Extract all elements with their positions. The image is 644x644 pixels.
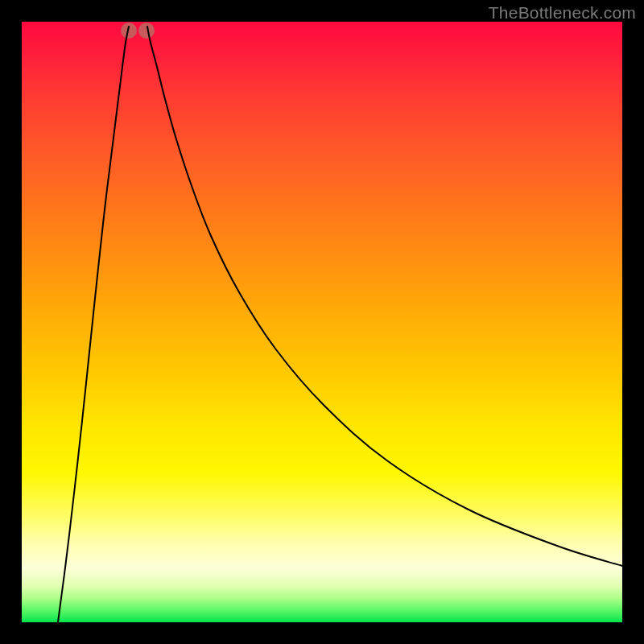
curve-right-branch (147, 27, 622, 566)
chart-frame (22, 22, 622, 622)
chart-curve-svg (22, 22, 622, 622)
curve-left-branch (58, 27, 129, 622)
watermark-text: TheBottleneck.com (489, 3, 636, 23)
